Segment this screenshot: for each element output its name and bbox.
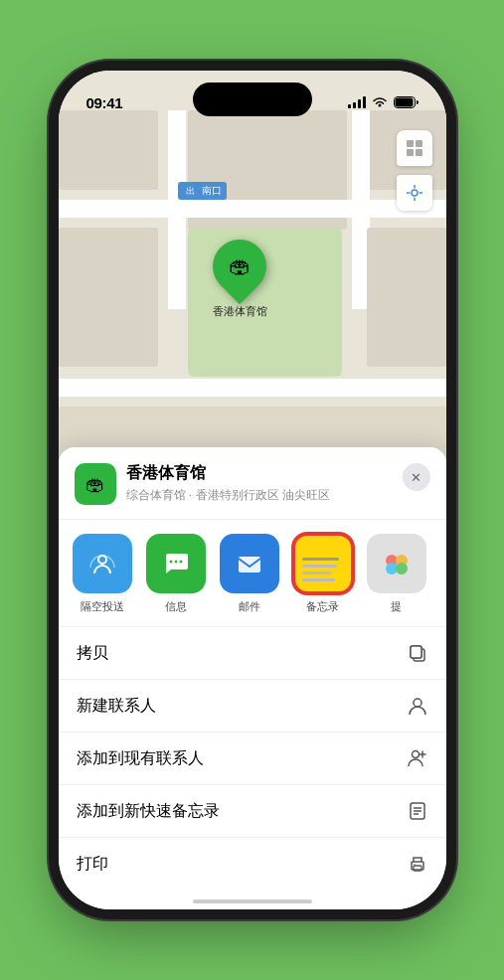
location-button[interactable] [397, 175, 432, 211]
notes-label: 备忘录 [306, 599, 339, 614]
svg-point-13 [174, 561, 177, 564]
close-button[interactable]: ✕ [403, 463, 430, 491]
map-label-nankou: 出 南口 [178, 182, 228, 200]
venue-icon: 🏟 [75, 463, 116, 505]
share-item-messages[interactable]: 信息 [144, 534, 208, 614]
phone-frame: 09:41 [59, 71, 446, 909]
dynamic-island [193, 82, 312, 116]
share-item-notes[interactable]: 备忘录 [291, 534, 355, 614]
mail-label: 邮件 [239, 599, 260, 614]
status-icons [348, 96, 419, 108]
svg-point-19 [396, 563, 408, 574]
venue-description: 综合体育馆 · 香港特别行政区 油尖旺区 [126, 487, 430, 504]
action-list: 拷贝 新建联系人 [59, 627, 446, 890]
svg-point-14 [179, 561, 182, 564]
pin-icon-shape: 🏟 [202, 229, 277, 304]
pin-label: 香港体育馆 [213, 304, 267, 319]
svg-rect-15 [239, 557, 260, 572]
messages-label: 信息 [165, 599, 187, 614]
share-item-mail[interactable]: 邮件 [218, 534, 281, 614]
mail-icon [220, 534, 279, 593]
action-copy[interactable]: 拷贝 [59, 627, 446, 680]
person-add-icon [407, 747, 428, 769]
svg-rect-22 [411, 646, 421, 658]
action-copy-label: 拷贝 [77, 643, 108, 664]
share-item-airdrop[interactable]: 隔空投送 [71, 534, 134, 614]
status-time: 09:41 [86, 94, 123, 111]
venue-name: 香港体育馆 [126, 463, 430, 484]
stadium-emoji: 🏟 [229, 253, 251, 279]
bottom-sheet: 🏟 香港体育馆 综合体育馆 · 香港特别行政区 油尖旺区 ✕ 隔空投送 [59, 447, 446, 909]
share-item-more[interactable]: 提 [365, 534, 428, 614]
action-print-label: 打印 [77, 854, 108, 875]
svg-point-6 [412, 190, 418, 196]
svg-rect-5 [416, 149, 422, 156]
action-add-existing-label: 添加到现有联系人 [77, 748, 204, 769]
home-indicator [193, 899, 312, 903]
map-controls [397, 130, 432, 211]
action-add-existing[interactable]: 添加到现有联系人 [59, 733, 446, 785]
svg-rect-3 [416, 140, 422, 147]
map-area: 出 南口 [59, 71, 446, 508]
note-icon [407, 800, 428, 822]
more-label: 提 [391, 599, 402, 614]
person-icon [407, 695, 428, 717]
action-new-contact-label: 新建联系人 [77, 696, 156, 717]
action-add-notes-label: 添加到新快速备忘录 [77, 801, 220, 822]
messages-icon [146, 534, 206, 593]
signal-icon [348, 96, 366, 108]
airdrop-icon [73, 534, 132, 593]
venue-header: 🏟 香港体育馆 综合体育馆 · 香港特别行政区 油尖旺区 ✕ [59, 463, 446, 520]
copy-icon [407, 642, 428, 664]
svg-rect-4 [407, 149, 414, 156]
battery-icon [394, 96, 419, 108]
airdrop-label: 隔空投送 [81, 599, 124, 614]
stadium-pin: 🏟 香港体育馆 [213, 240, 267, 319]
svg-point-11 [98, 556, 106, 564]
venue-info: 香港体育馆 综合体育馆 · 香港特别行政区 油尖旺区 [126, 463, 430, 504]
notes-icon [293, 534, 353, 593]
svg-point-23 [414, 699, 421, 707]
action-new-contact[interactable]: 新建联系人 [59, 680, 446, 733]
svg-rect-1 [395, 98, 413, 107]
svg-point-33 [414, 864, 416, 866]
svg-point-12 [169, 561, 172, 564]
action-add-notes[interactable]: 添加到新快速备忘录 [59, 785, 446, 838]
print-icon [407, 853, 428, 875]
svg-rect-2 [407, 140, 414, 147]
more-icon [367, 534, 426, 593]
share-actions-row: 隔空投送 信息 [59, 520, 446, 627]
svg-point-24 [412, 751, 419, 758]
wifi-icon [372, 96, 388, 108]
action-print[interactable]: 打印 [59, 838, 446, 890]
map-type-button[interactable] [397, 130, 432, 166]
